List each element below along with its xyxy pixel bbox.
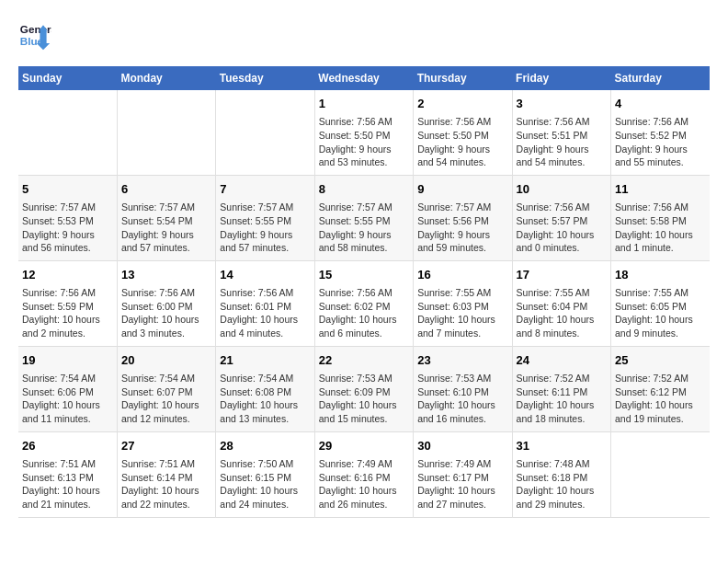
calendar-cell: 25Sunrise: 7:52 AM Sunset: 6:12 PM Dayli… <box>611 346 710 431</box>
day-number: 22 <box>319 352 409 369</box>
day-info: Sunrise: 7:56 AM Sunset: 5:59 PM Dayligh… <box>22 286 113 340</box>
calendar-header: SundayMondayTuesdayWednesdayThursdayFrid… <box>18 66 710 90</box>
calendar-table: SundayMondayTuesdayWednesdayThursdayFrid… <box>18 66 710 518</box>
weekday-header: Friday <box>512 66 610 90</box>
day-info: Sunrise: 7:52 AM Sunset: 6:12 PM Dayligh… <box>615 372 706 426</box>
day-info: Sunrise: 7:57 AM Sunset: 5:54 PM Dayligh… <box>121 201 211 255</box>
day-number: 12 <box>22 267 113 283</box>
day-number: 24 <box>517 352 607 369</box>
calendar-cell <box>216 90 314 175</box>
day-number: 18 <box>615 267 706 283</box>
day-number: 31 <box>517 438 607 454</box>
calendar-cell: 10Sunrise: 7:56 AM Sunset: 5:57 PM Dayli… <box>512 175 610 260</box>
day-info: Sunrise: 7:49 AM Sunset: 6:17 PM Dayligh… <box>417 457 507 511</box>
day-info: Sunrise: 7:57 AM Sunset: 5:55 PM Dayligh… <box>319 201 409 255</box>
day-number: 11 <box>615 181 706 198</box>
logo: General Blue <box>18 18 51 52</box>
calendar-week-row: 19Sunrise: 7:54 AM Sunset: 6:06 PM Dayli… <box>18 346 710 431</box>
day-info: Sunrise: 7:51 AM Sunset: 6:13 PM Dayligh… <box>22 457 113 511</box>
calendar-cell: 26Sunrise: 7:51 AM Sunset: 6:13 PM Dayli… <box>18 431 117 517</box>
calendar-week-row: 5Sunrise: 7:57 AM Sunset: 5:53 PM Daylig… <box>18 175 710 260</box>
day-number: 4 <box>615 96 706 112</box>
day-info: Sunrise: 7:51 AM Sunset: 6:14 PM Dayligh… <box>121 457 211 511</box>
day-info: Sunrise: 7:56 AM Sunset: 5:52 PM Dayligh… <box>615 115 706 169</box>
day-number: 19 <box>22 352 113 369</box>
calendar-body: 1Sunrise: 7:56 AM Sunset: 5:50 PM Daylig… <box>18 90 710 517</box>
day-number: 2 <box>417 96 507 112</box>
calendar-cell: 22Sunrise: 7:53 AM Sunset: 6:09 PM Dayli… <box>314 346 413 431</box>
calendar-cell: 14Sunrise: 7:56 AM Sunset: 6:01 PM Dayli… <box>216 260 314 346</box>
day-number: 10 <box>517 181 607 198</box>
calendar-cell <box>18 90 117 175</box>
calendar-cell: 12Sunrise: 7:56 AM Sunset: 5:59 PM Dayli… <box>18 260 117 346</box>
weekday-header: Thursday <box>414 66 512 90</box>
day-number: 17 <box>517 267 607 283</box>
day-info: Sunrise: 7:56 AM Sunset: 5:57 PM Dayligh… <box>517 201 607 255</box>
weekday-row: SundayMondayTuesdayWednesdayThursdayFrid… <box>18 66 710 90</box>
day-info: Sunrise: 7:57 AM Sunset: 5:55 PM Dayligh… <box>220 201 310 255</box>
svg-text:General: General <box>20 23 51 35</box>
calendar-cell: 8Sunrise: 7:57 AM Sunset: 5:55 PM Daylig… <box>314 175 413 260</box>
day-number: 20 <box>121 352 211 369</box>
day-number: 1 <box>319 96 409 112</box>
day-info: Sunrise: 7:49 AM Sunset: 6:16 PM Dayligh… <box>319 457 409 511</box>
weekday-header: Wednesday <box>314 66 413 90</box>
day-info: Sunrise: 7:57 AM Sunset: 5:53 PM Dayligh… <box>22 201 113 255</box>
day-info: Sunrise: 7:56 AM Sunset: 5:58 PM Dayligh… <box>615 201 706 255</box>
day-number: 8 <box>319 181 409 198</box>
day-number: 30 <box>417 438 507 454</box>
day-info: Sunrise: 7:56 AM Sunset: 6:01 PM Dayligh… <box>220 286 310 340</box>
day-number: 14 <box>220 267 310 283</box>
weekday-header: Monday <box>117 66 215 90</box>
calendar-cell: 17Sunrise: 7:55 AM Sunset: 6:04 PM Dayli… <box>512 260 610 346</box>
day-info: Sunrise: 7:56 AM Sunset: 5:50 PM Dayligh… <box>417 115 507 169</box>
page-header: General Blue <box>18 18 710 52</box>
calendar-cell: 18Sunrise: 7:55 AM Sunset: 6:05 PM Dayli… <box>611 260 710 346</box>
weekday-header: Tuesday <box>216 66 314 90</box>
day-number: 26 <box>22 438 113 454</box>
calendar-cell: 6Sunrise: 7:57 AM Sunset: 5:54 PM Daylig… <box>117 175 215 260</box>
day-info: Sunrise: 7:53 AM Sunset: 6:09 PM Dayligh… <box>319 372 409 426</box>
calendar-cell <box>611 431 710 517</box>
calendar-cell: 20Sunrise: 7:54 AM Sunset: 6:07 PM Dayli… <box>117 346 215 431</box>
day-number: 13 <box>121 267 211 283</box>
day-info: Sunrise: 7:48 AM Sunset: 6:18 PM Dayligh… <box>517 457 607 511</box>
day-number: 29 <box>319 438 409 454</box>
calendar-cell: 15Sunrise: 7:56 AM Sunset: 6:02 PM Dayli… <box>314 260 413 346</box>
calendar-week-row: 26Sunrise: 7:51 AM Sunset: 6:13 PM Dayli… <box>18 431 710 517</box>
calendar-cell: 5Sunrise: 7:57 AM Sunset: 5:53 PM Daylig… <box>18 175 117 260</box>
calendar-week-row: 12Sunrise: 7:56 AM Sunset: 5:59 PM Dayli… <box>18 260 710 346</box>
calendar-cell: 3Sunrise: 7:56 AM Sunset: 5:51 PM Daylig… <box>512 90 610 175</box>
day-number: 23 <box>417 352 507 369</box>
calendar-cell: 23Sunrise: 7:53 AM Sunset: 6:10 PM Dayli… <box>414 346 512 431</box>
day-number: 3 <box>517 96 607 112</box>
day-info: Sunrise: 7:50 AM Sunset: 6:15 PM Dayligh… <box>220 457 310 511</box>
logo-icon: General Blue <box>18 18 51 52</box>
calendar-cell: 7Sunrise: 7:57 AM Sunset: 5:55 PM Daylig… <box>216 175 314 260</box>
day-info: Sunrise: 7:55 AM Sunset: 6:04 PM Dayligh… <box>517 286 607 340</box>
calendar-cell: 30Sunrise: 7:49 AM Sunset: 6:17 PM Dayli… <box>414 431 512 517</box>
day-info: Sunrise: 7:54 AM Sunset: 6:08 PM Dayligh… <box>220 372 310 426</box>
day-number: 25 <box>615 352 706 369</box>
day-info: Sunrise: 7:53 AM Sunset: 6:10 PM Dayligh… <box>417 372 507 426</box>
day-info: Sunrise: 7:56 AM Sunset: 6:02 PM Dayligh… <box>319 286 409 340</box>
day-info: Sunrise: 7:56 AM Sunset: 6:00 PM Dayligh… <box>121 286 211 340</box>
calendar-cell: 2Sunrise: 7:56 AM Sunset: 5:50 PM Daylig… <box>414 90 512 175</box>
weekday-header: Sunday <box>18 66 117 90</box>
calendar-cell: 13Sunrise: 7:56 AM Sunset: 6:00 PM Dayli… <box>117 260 215 346</box>
day-info: Sunrise: 7:54 AM Sunset: 6:07 PM Dayligh… <box>121 372 211 426</box>
day-number: 28 <box>220 438 310 454</box>
day-number: 15 <box>319 267 409 283</box>
calendar-cell: 21Sunrise: 7:54 AM Sunset: 6:08 PM Dayli… <box>216 346 314 431</box>
calendar-cell: 16Sunrise: 7:55 AM Sunset: 6:03 PM Dayli… <box>414 260 512 346</box>
calendar-cell: 4Sunrise: 7:56 AM Sunset: 5:52 PM Daylig… <box>611 90 710 175</box>
day-info: Sunrise: 7:56 AM Sunset: 5:50 PM Dayligh… <box>319 115 409 169</box>
calendar-cell: 29Sunrise: 7:49 AM Sunset: 6:16 PM Dayli… <box>314 431 413 517</box>
day-info: Sunrise: 7:55 AM Sunset: 6:05 PM Dayligh… <box>615 286 706 340</box>
calendar-week-row: 1Sunrise: 7:56 AM Sunset: 5:50 PM Daylig… <box>18 90 710 175</box>
day-number: 7 <box>220 181 310 198</box>
calendar-cell: 9Sunrise: 7:57 AM Sunset: 5:56 PM Daylig… <box>414 175 512 260</box>
calendar-cell: 24Sunrise: 7:52 AM Sunset: 6:11 PM Dayli… <box>512 346 610 431</box>
calendar-cell: 1Sunrise: 7:56 AM Sunset: 5:50 PM Daylig… <box>314 90 413 175</box>
calendar-cell: 31Sunrise: 7:48 AM Sunset: 6:18 PM Dayli… <box>512 431 610 517</box>
